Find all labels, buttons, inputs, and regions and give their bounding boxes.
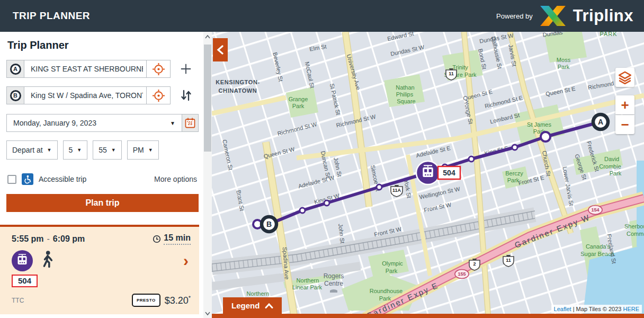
map-label: KENSINGTON- [216, 79, 260, 85]
triplinx-logo-icon [539, 5, 567, 27]
destination-input[interactable] [24, 86, 147, 104]
more-options-link[interactable]: More options [154, 175, 197, 183]
scrollbar-thumb[interactable] [204, 45, 211, 152]
svg-text:11A: 11A [392, 188, 401, 193]
map-layers-button[interactable] [615, 68, 634, 87]
trip-times: 5:55 pm-6:09 pm [12, 234, 85, 244]
origin-input[interactable] [24, 60, 147, 78]
map-label: Rogers [324, 272, 344, 280]
route-stop [469, 156, 474, 162]
meridiem-select[interactable]: PM ▼ [127, 140, 159, 160]
route-stop [512, 145, 517, 150]
map-label: CHINATOWN [219, 87, 257, 94]
svg-text:B: B [266, 220, 272, 228]
depart-mode-select[interactable]: Depart at ▼ [6, 140, 58, 160]
map-label: Northern [297, 277, 319, 284]
route-number-badge: 504 [12, 275, 38, 287]
route-stop [377, 184, 382, 190]
collapse-panel-button[interactable] [213, 38, 228, 61]
map-container: Elm St Edward St Dundas St W Dundas St W… [212, 32, 644, 318]
highway-shield: 11 [446, 68, 457, 80]
svg-text:2: 2 [473, 261, 476, 267]
legend-toggle-button[interactable]: Legend [223, 297, 282, 314]
fare-note: * [189, 295, 191, 301]
caret-down-icon: ▼ [111, 147, 116, 153]
svg-text:154: 154 [591, 207, 599, 213]
map-label: Moss [557, 57, 571, 63]
attribution-text: | Map Tiles © 2023 [571, 306, 623, 312]
map-label: Trinity [452, 64, 468, 70]
map-label: Olympic [382, 260, 403, 267]
app-title: TRIP PLANNER [13, 10, 90, 22]
layers-icon [618, 70, 632, 84]
map-label: Berczy [505, 170, 523, 176]
marker-a[interactable]: A [593, 114, 608, 129]
destination-row: B [6, 86, 203, 104]
chevron-up-icon [265, 303, 273, 308]
accessible-checkbox[interactable] [7, 175, 16, 184]
calendar-button[interactable]: 23 [182, 114, 199, 132]
plus-icon [180, 63, 192, 75]
map-label: Common [627, 231, 644, 237]
date-select[interactable]: Monday, January 9, 2023 ▼ [6, 114, 182, 132]
accessible-row: Accessible trip More options [7, 173, 197, 185]
destination-b-badge: B [10, 90, 21, 101]
plan-trip-button[interactable]: Plan trip [6, 194, 199, 212]
tram-icon [15, 253, 29, 268]
svg-text:A: A [598, 118, 603, 126]
wheelchair-icon [22, 173, 33, 185]
map-label: David [604, 156, 619, 162]
streetcar-mode-icon [12, 250, 33, 271]
minute-select[interactable]: 55 ▼ [93, 140, 122, 160]
zoom-out-button[interactable]: − [615, 115, 634, 134]
map-canvas[interactable]: Elm St Edward St Dundas St W Dundas St W… [212, 32, 644, 318]
depart-time: 5:55 pm [12, 234, 43, 243]
highway-shield: 11A [391, 185, 402, 197]
minute-value: 55 [99, 146, 107, 154]
map-label: Park [558, 64, 570, 70]
map-label: Centre [324, 280, 343, 287]
map-label: Roundhouse [370, 288, 402, 294]
scroll-up-icon[interactable] [203, 32, 212, 41]
map-label: Square [397, 98, 415, 104]
marker-b[interactable]: B [262, 217, 276, 232]
hour-select[interactable]: 5 ▼ [63, 140, 88, 160]
route-stop-major [541, 132, 550, 142]
map-label: Grange [289, 96, 308, 102]
walk-mode-icon [41, 251, 54, 271]
fare-value: $3.20 [165, 295, 189, 306]
app-window: TRIP PLANNER Powered by Triplinx Trip [0, 0, 644, 318]
destination-locate-button[interactable] [146, 86, 171, 104]
map-label: Nathan [396, 84, 414, 91]
highway-shield: 2 [469, 259, 480, 270]
zoom-in-button[interactable]: + [615, 95, 634, 114]
fare-amount: $3.20* [165, 295, 191, 306]
map-label: Sherbourne [624, 223, 644, 229]
presto-badge: PRESTO [132, 294, 160, 307]
trip-planner-panel: Trip Planner A B [0, 32, 212, 318]
sidebar-scrollbar[interactable] [203, 32, 212, 318]
origin-locate-button[interactable] [146, 60, 171, 78]
svg-text:11: 11 [506, 258, 511, 263]
map-label: Crombie [599, 163, 621, 170]
crosshair-icon [152, 63, 165, 76]
crosshair-icon [152, 89, 165, 102]
route-stop [300, 208, 305, 213]
leaflet-link[interactable]: Leaflet [554, 306, 571, 312]
map-label: St James [527, 121, 551, 128]
map-label: Park [610, 170, 622, 176]
trip-result-card[interactable]: 5:55 pm-6:09 pm 15 min › 504 [0, 225, 199, 314]
svg-text:11: 11 [449, 71, 454, 76]
swap-locations-button[interactable] [177, 86, 195, 104]
hour-value: 5 [69, 146, 73, 154]
add-waypoint-button[interactable] [177, 60, 195, 78]
highway-shield: 155 [455, 270, 469, 279]
scroll-down-icon[interactable] [203, 308, 212, 318]
map-label: Linear Park [292, 284, 323, 290]
here-link[interactable]: HERE [623, 306, 639, 312]
open-details-chevron-icon[interactable]: › [183, 255, 189, 266]
agency-label: TTC [12, 297, 24, 304]
map-label: PARK [600, 32, 617, 37]
arrive-time: 6:09 pm [53, 234, 85, 243]
meridiem-value: PM [133, 146, 144, 154]
